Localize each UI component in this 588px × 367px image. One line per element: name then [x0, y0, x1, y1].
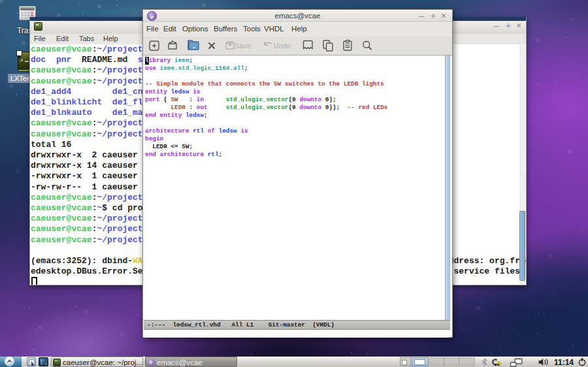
svg-text:Save: Save [235, 42, 251, 50]
svg-text:Undo: Undo [274, 42, 291, 50]
